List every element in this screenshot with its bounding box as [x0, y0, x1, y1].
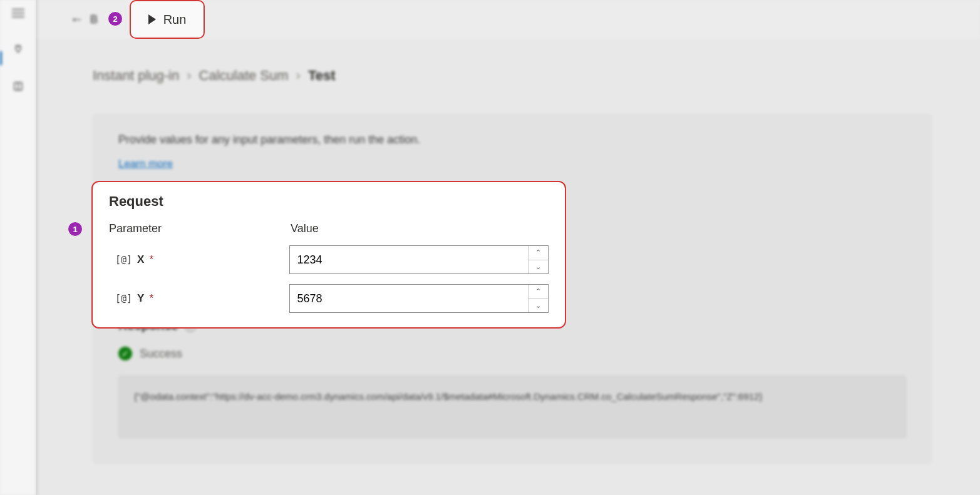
book-icon[interactable] [12, 80, 24, 93]
response-body: {"@odata.context":"https://dv-acc-demo.c… [118, 375, 906, 438]
at-icon: [@] [115, 254, 132, 265]
number-spinner[interactable]: ⌃⌄ [528, 246, 548, 273]
chevron-up-icon: ⌃ [529, 246, 548, 260]
back-label: B [90, 13, 98, 26]
breadcrumb: Instant plug-in › Calculate Sum › Test [93, 68, 942, 84]
chevron-up-icon: ⌃ [529, 285, 548, 299]
rail-active-indicator [0, 51, 2, 65]
status-row: ✓ Success [118, 347, 906, 360]
play-icon [148, 14, 156, 24]
input-x[interactable] [297, 253, 528, 267]
callout-badge-2: 2 [108, 11, 123, 26]
run-button[interactable]: Run [130, 0, 205, 39]
at-icon: [@] [115, 293, 132, 304]
chevron-down-icon: ⌄ [529, 299, 548, 313]
request-headers-sharp: Parameter Value [109, 222, 549, 235]
param-label-x: [@] X * [109, 253, 289, 266]
input-y[interactable] [297, 292, 528, 305]
breadcrumb-current: Test [308, 68, 336, 84]
rail-shadow [36, 0, 40, 495]
required-asterisk: * [149, 253, 153, 266]
intro-text: Provide values for any input parameters,… [118, 133, 906, 146]
chevron-down-icon: ⌄ [529, 260, 548, 274]
check-circle-icon: ✓ [118, 347, 132, 360]
param-label-y: [@] Y * [109, 292, 289, 305]
param-row: [@] Y * ⌃⌄ [109, 284, 549, 313]
param-row: [@] X * ⌃⌄ [109, 245, 549, 274]
param-input-y[interactable]: ⌃⌄ [289, 284, 549, 313]
run-label: Run [163, 13, 187, 27]
required-asterisk: * [149, 292, 153, 305]
chevron-right-icon: › [296, 68, 301, 84]
param-input-x[interactable]: ⌃⌄ [289, 245, 549, 274]
header-value: Value [291, 222, 319, 235]
back-button[interactable]: ← B [70, 13, 98, 26]
number-spinner[interactable]: ⌃⌄ [528, 285, 548, 312]
header-parameter: Parameter [109, 222, 291, 235]
request-heading-sharp: Request [109, 193, 549, 210]
chevron-right-icon: › [187, 68, 191, 84]
left-nav-rail [0, 0, 36, 495]
breadcrumb-item[interactable]: Calculate Sum [199, 68, 289, 84]
plug-icon[interactable] [12, 43, 24, 55]
arrow-left-icon: ← [70, 13, 84, 26]
request-panel-highlight: Request Parameter Value [@] X * ⌃⌄ [@] Y… [91, 181, 566, 329]
hamburger-icon[interactable] [12, 9, 24, 18]
breadcrumb-item[interactable]: Instant plug-in [93, 68, 179, 84]
learn-more-link[interactable]: Learn more [118, 158, 173, 170]
status-text: Success [140, 347, 182, 360]
callout-badge-1: 1 [68, 222, 83, 237]
